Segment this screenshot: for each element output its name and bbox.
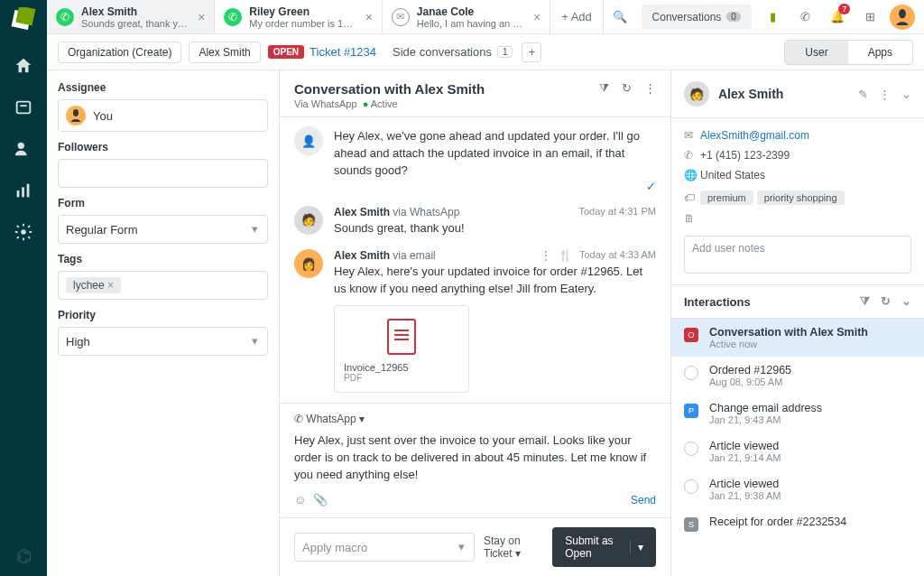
ticket-link[interactable]: Ticket #1234	[310, 45, 376, 59]
ticket-properties: Assignee You Followers Form Regular Form…	[47, 70, 280, 576]
attachment[interactable]: Invoice_12965 PDF	[334, 305, 469, 393]
filter-icon[interactable]: ⧩	[599, 81, 609, 96]
priority-select[interactable]: High	[58, 327, 268, 356]
interaction-title: Conversation with Alex Smith	[709, 326, 868, 339]
interaction-item[interactable]: SReceipt for order #2232534	[671, 508, 924, 539]
interaction-time: Jan 21, 9:43 AM	[709, 414, 822, 425]
seg-user[interactable]: User	[785, 41, 847, 64]
compose-channel[interactable]: ✆ WhatsApp ▾	[294, 413, 656, 425]
followers-field[interactable]	[58, 159, 268, 188]
form-value: Regular Form	[66, 223, 137, 237]
org-pill[interactable]: Organization (Create)	[58, 42, 181, 63]
message-from: Alex Smith via WhatsAppToday at 4:31 PM	[334, 206, 656, 218]
search-icon[interactable]: 🔍	[604, 0, 636, 33]
history-icon[interactable]: ↻	[622, 81, 632, 96]
message: 🧑 Alex Smith via WhatsAppToday at 4:31 P…	[294, 206, 656, 237]
tab-riley[interactable]: ✆ Riley GreenMy order number is 19... ×	[215, 0, 383, 33]
user-tags: 🏷premiumpriority shopping	[684, 187, 911, 209]
home-icon[interactable]	[14, 56, 33, 76]
user-email[interactable]: ✉AlexSmith@gmail.com	[684, 125, 911, 145]
svg-point-4	[18, 143, 24, 149]
zendesk-bottom-logo: ⌬	[16, 545, 32, 567]
compose-text[interactable]: Hey Alex, just sent over the invoice to …	[294, 432, 656, 484]
stay-on-ticket[interactable]: Stay on Ticket ▾	[484, 534, 543, 560]
submit-button[interactable]: Submit as Open▾	[552, 527, 656, 567]
more-icon[interactable]: ⋮	[879, 88, 891, 101]
avatar: 🧑	[684, 81, 709, 107]
interaction-item[interactable]: Article viewedJan 21, 9:38 AM	[671, 470, 924, 508]
assignee-field[interactable]: You	[58, 99, 268, 132]
interaction-title: Article viewed	[709, 440, 781, 452]
priority-label: Priority	[58, 309, 268, 321]
message-time: Today at 4:31 PM	[578, 206, 656, 217]
tickets-icon[interactable]	[14, 98, 33, 117]
delivered-icon: ✓	[646, 180, 656, 193]
user-info: ✉AlexSmith@gmail.com ✆+1 (415) 123-2399 …	[671, 118, 924, 285]
reports-icon[interactable]	[14, 181, 33, 200]
interaction-item[interactable]: Article viewedJan 21, 9:14 AM	[671, 432, 924, 470]
interaction-title: Ordered #12965	[709, 364, 791, 376]
svg-point-10	[73, 109, 79, 116]
close-icon[interactable]: ×	[365, 10, 373, 24]
tab-sub: Hello, I am having an is...	[417, 18, 524, 29]
svg-rect-2	[17, 102, 31, 114]
whatsapp-icon: ✆	[56, 8, 74, 26]
pdf-icon	[387, 319, 416, 355]
conversations-button[interactable]: Conversations0	[642, 5, 752, 29]
user-avatar[interactable]	[890, 5, 915, 30]
user-header: 🧑 Alex Smith ✎⋮⌄	[671, 70, 924, 118]
settings-icon[interactable]	[14, 222, 33, 242]
tag-chip[interactable]: lychee	[66, 277, 121, 293]
bell-icon[interactable]: 🔔7	[822, 0, 855, 33]
seg-apps[interactable]: Apps	[848, 41, 912, 64]
zendesk-logo	[11, 7, 36, 33]
macro-select[interactable]: Apply macro	[294, 533, 475, 562]
chevron-down-icon[interactable]: ⌄	[901, 88, 911, 101]
tag-icon: 🏷	[684, 191, 700, 204]
chat-icon[interactable]: ▮	[757, 0, 790, 33]
phone-icon[interactable]: ✆	[790, 0, 822, 33]
user-notes[interactable]: Add user notes	[684, 236, 911, 274]
add-tab[interactable]: + Add	[550, 0, 604, 33]
svg-rect-7	[27, 184, 30, 198]
user-pill[interactable]: Alex Smith	[189, 42, 260, 63]
attach-icon[interactable]: 📎	[313, 493, 328, 506]
emoji-icon[interactable]: ☺	[294, 493, 306, 506]
globe-icon: 🌐	[684, 169, 700, 181]
edit-icon[interactable]: ✎	[858, 88, 868, 101]
users-icon[interactable]	[14, 139, 33, 159]
add-side-conv[interactable]: +	[522, 42, 541, 62]
side-conversations[interactable]: Side conversations1	[393, 45, 513, 59]
user-phone: ✆+1 (415) 123-2399	[684, 145, 911, 165]
close-icon[interactable]: ×	[533, 10, 541, 24]
user-tag[interactable]: premium	[700, 190, 753, 205]
chevron-down-icon[interactable]: ▾	[630, 541, 643, 553]
close-icon[interactable]: ×	[198, 10, 205, 24]
refresh-icon[interactable]: ↻	[881, 294, 891, 309]
filter-icon[interactable]: ⧩	[860, 294, 870, 309]
message-from: Alex Smith via emailToday at 4:33 AM⋮🍴	[334, 249, 656, 262]
status-marker	[684, 441, 698, 456]
more-icon[interactable]: ⋮	[644, 81, 656, 96]
send-button[interactable]: Send	[631, 494, 656, 506]
side-count: 1	[497, 46, 513, 58]
status-marker	[684, 479, 698, 494]
tab-alex[interactable]: ✆ Alex SmithSounds great, thank you! ×	[47, 0, 215, 33]
email-icon: ✉	[392, 8, 410, 26]
chevron-down-icon[interactable]: ⌄	[901, 294, 911, 309]
tab-sub: My order number is 19...	[249, 18, 356, 29]
tags-field[interactable]: lychee	[58, 271, 268, 300]
user-tag[interactable]: priority shopping	[757, 190, 845, 205]
tab-janae[interactable]: ✉ Janae ColeHello, I am having an is... …	[383, 0, 550, 33]
interaction-item[interactable]: PChange email addressJan 21, 9:43 AM	[671, 395, 924, 432]
form-select[interactable]: Regular Form	[58, 215, 268, 244]
interaction-item[interactable]: Ordered #12965Aug 08, 9:05 AM	[671, 357, 924, 395]
footer-actions: Apply macro Stay on Ticket ▾ Submit as O…	[280, 517, 670, 576]
left-rail: ⌬	[0, 0, 47, 576]
tags-label: Tags	[58, 253, 268, 265]
avatar: 🧑	[294, 206, 323, 235]
options-icon[interactable]: ⋮	[541, 249, 551, 262]
apps-grid-icon[interactable]: ⊞	[854, 0, 886, 33]
interaction-time: Active now	[709, 339, 868, 349]
interaction-item[interactable]: OConversation with Alex SmithActive now	[671, 319, 924, 357]
